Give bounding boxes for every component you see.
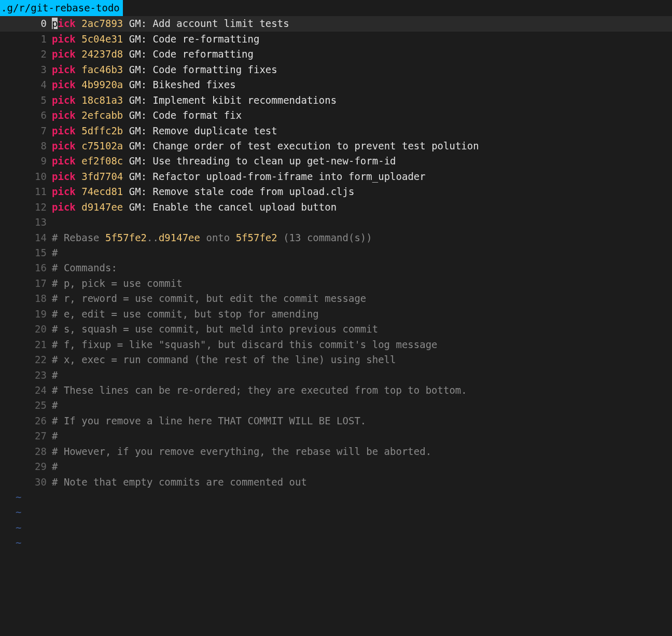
- commit-hash: 24237d8: [81, 48, 123, 60]
- commit-line[interactable]: 3pick fac46b3 GM: Code formatting fixes: [0, 62, 672, 77]
- cursor: p: [52, 18, 58, 29]
- commit-line[interactable]: 4pick 4b9920a GM: Bikeshed fixes: [0, 77, 672, 92]
- comment-line[interactable]: 17# p, pick = use commit: [0, 276, 672, 291]
- line-number: 14: [0, 230, 52, 245]
- commit-line[interactable]: 7pick 5dffc2b GM: Remove duplicate test: [0, 123, 672, 139]
- line-number: 7: [0, 123, 52, 139]
- line-content: pick 2efcabb GM: Code format fix: [52, 108, 672, 123]
- file-tab[interactable]: .g/r/git-rebase-todo: [0, 0, 123, 16]
- commit-message: GM: Code format fix: [129, 109, 242, 121]
- line-content: #: [52, 245, 672, 260]
- line-content: # Rebase 5f57fe2..d9147ee onto 5f57fe2 (…: [52, 230, 672, 245]
- line-content: pick ef2f08c GM: Use threading to clean …: [52, 154, 672, 169]
- line-content: pick 4b9920a GM: Bikeshed fixes: [52, 77, 672, 92]
- comment-line[interactable]: 25#: [0, 398, 672, 413]
- line-content: pick 5c04e31 GM: Code re-formatting: [52, 32, 672, 47]
- commit-message: GM: Remove stale code from upload.cljs: [129, 186, 355, 197]
- line-content: pick 24237d8 GM: Code reformatting: [52, 47, 672, 62]
- line-number: 9: [0, 154, 52, 169]
- rebase-command: ick: [58, 18, 75, 29]
- rebase-command: pick: [52, 64, 76, 75]
- line-content: pick 3fd7704 GM: Refactor upload-from-if…: [52, 169, 672, 184]
- commit-line[interactable]: 1pick 5c04e31 GM: Code re-formatting: [0, 32, 672, 47]
- comment-line[interactable]: 22# x, exec = run command (the rest of t…: [0, 352, 672, 367]
- line-number: 23: [0, 368, 52, 383]
- line-content: [52, 215, 672, 230]
- line-number: 29: [0, 459, 52, 474]
- commit-line[interactable]: 10pick 3fd7704 GM: Refactor upload-from-…: [0, 169, 672, 184]
- commit-message: GM: Change order of test execution to pr…: [129, 140, 479, 151]
- line-content: # These lines can be re-ordered; they ar…: [52, 383, 672, 398]
- line-number: 18: [0, 291, 52, 306]
- commit-line[interactable]: 9pick ef2f08c GM: Use threading to clean…: [0, 154, 672, 169]
- line-content: # s, squash = use commit, but meld into …: [52, 322, 672, 337]
- rebase-command: pick: [52, 94, 76, 106]
- comment-line[interactable]: 23#: [0, 368, 672, 383]
- comment-line[interactable]: 30# Note that empty commits are commente…: [0, 475, 672, 490]
- rebase-command: pick: [52, 79, 76, 90]
- rebase-command: pick: [52, 125, 76, 136]
- line-content: pick 5dffc2b GM: Remove duplicate test: [52, 123, 672, 139]
- comment-line[interactable]: 19# e, edit = use commit, but stop for a…: [0, 307, 672, 322]
- commit-hash: 5dffc2b: [81, 125, 123, 136]
- line-number: 24: [0, 383, 52, 398]
- rebase-command: pick: [52, 171, 76, 182]
- commit-line[interactable]: 0pick 2ac7893 GM: Add account limit test…: [0, 16, 672, 31]
- line-content: pick 18c81a3 GM: Implement kibit recomme…: [52, 93, 672, 108]
- commit-line[interactable]: 12pick d9147ee GM: Enable the cancel upl…: [0, 200, 672, 215]
- line-content: #: [52, 398, 672, 413]
- commit-message: GM: Bikeshed fixes: [129, 79, 236, 90]
- comment-line[interactable]: 14# Rebase 5f57fe2..d9147ee onto 5f57fe2…: [0, 230, 672, 245]
- comment-line[interactable]: 15#: [0, 245, 672, 260]
- comment-line[interactable]: 16# Commands:: [0, 260, 672, 275]
- commit-line[interactable]: 2pick 24237d8 GM: Code reformatting: [0, 47, 672, 62]
- comment-line[interactable]: 21# f, fixup = like "squash", but discar…: [0, 337, 672, 352]
- line-content: # Commands:: [52, 260, 672, 275]
- line-number: 10: [0, 169, 52, 184]
- comment-line[interactable]: 20# s, squash = use commit, but meld int…: [0, 322, 672, 337]
- comment-line[interactable]: 28# However, if you remove everything, t…: [0, 444, 672, 459]
- rebase-command: pick: [52, 33, 76, 45]
- commit-hash: 4b9920a: [81, 79, 123, 90]
- comment-line[interactable]: 13: [0, 215, 672, 230]
- empty-line-tilde: ~: [0, 505, 672, 520]
- line-content: pick 74ecd81 GM: Remove stale code from …: [52, 184, 672, 199]
- commit-hash: d9147ee: [81, 201, 123, 213]
- line-number: 2: [0, 47, 52, 62]
- line-content: pick d9147ee GM: Enable the cancel uploa…: [52, 200, 672, 215]
- commit-line[interactable]: 8pick c75102a GM: Change order of test e…: [0, 139, 672, 154]
- empty-line-tilde: ~: [0, 535, 672, 550]
- line-number: 27: [0, 428, 52, 444]
- commit-hash: ef2f08c: [81, 155, 123, 167]
- line-number: 28: [0, 444, 52, 459]
- comment-line[interactable]: 29#: [0, 459, 672, 474]
- commit-message: GM: Code reformatting: [129, 48, 254, 60]
- editor-area[interactable]: 0pick 2ac7893 GM: Add account limit test…: [0, 16, 672, 550]
- line-number: 30: [0, 475, 52, 490]
- comment-line[interactable]: 18# r, reword = use commit, but edit the…: [0, 291, 672, 306]
- rebase-command: pick: [52, 140, 76, 151]
- comment-line[interactable]: 27#: [0, 428, 672, 444]
- comment-line[interactable]: 24# These lines can be re-ordered; they …: [0, 383, 672, 398]
- commit-line[interactable]: 11pick 74ecd81 GM: Remove stale code fro…: [0, 184, 672, 199]
- line-content: # However, if you remove everything, the…: [52, 444, 672, 459]
- line-content: #: [52, 368, 672, 383]
- rebase-command: pick: [52, 201, 76, 213]
- commit-message: GM: Implement kibit recommendations: [129, 94, 337, 106]
- line-content: # f, fixup = like "squash", but discard …: [52, 337, 672, 352]
- commit-hash: 3fd7704: [81, 171, 123, 182]
- line-number: 3: [0, 62, 52, 77]
- line-content: pick c75102a GM: Change order of test ex…: [52, 139, 672, 154]
- commit-message: GM: Code re-formatting: [129, 33, 260, 45]
- rebase-command: pick: [52, 109, 76, 121]
- line-content: # r, reword = use commit, but edit the c…: [52, 291, 672, 306]
- comment-line[interactable]: 26# If you remove a line here THAT COMMI…: [0, 413, 672, 428]
- line-number: 17: [0, 276, 52, 291]
- commit-hash: fac46b3: [81, 64, 123, 75]
- line-content: #: [52, 459, 672, 474]
- rebase-command: pick: [52, 186, 76, 197]
- line-content: pick 2ac7893 GM: Add account limit tests: [52, 16, 672, 31]
- commit-line[interactable]: 6pick 2efcabb GM: Code format fix: [0, 108, 672, 123]
- line-number: 13: [0, 215, 52, 230]
- commit-line[interactable]: 5pick 18c81a3 GM: Implement kibit recomm…: [0, 93, 672, 108]
